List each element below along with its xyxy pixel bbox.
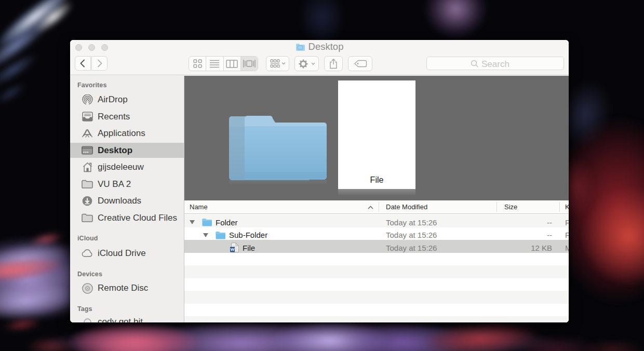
svg-text:W: W: [231, 247, 235, 252]
